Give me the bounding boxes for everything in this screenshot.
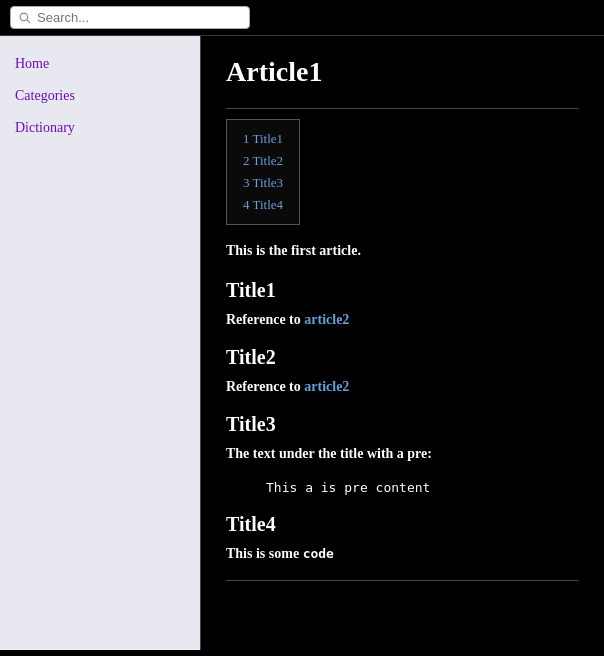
svg-line-1 xyxy=(27,19,30,22)
main-layout: Home Categories Dictionary Article1 1 Ti… xyxy=(0,36,604,650)
article-intro: This is the first article. xyxy=(226,243,579,259)
section-text-1-before: Reference to xyxy=(226,312,304,327)
bottom-divider xyxy=(226,580,579,581)
section-text-3: The text under the title with a pre: xyxy=(226,446,579,462)
article-content: Article1 1 Title1 2 Title2 3 Title3 4 Ti… xyxy=(200,36,604,650)
header xyxy=(0,0,604,36)
pre-content-3: This a is pre content xyxy=(266,480,579,495)
section-title-4: Title4 xyxy=(226,513,579,536)
toc-link-2[interactable]: 2 Title2 xyxy=(243,150,283,172)
section-title-3: Title3 xyxy=(226,413,579,436)
section-link-2[interactable]: article2 xyxy=(304,379,349,394)
section-text-2-before: Reference to xyxy=(226,379,304,394)
section-title-1: Title1 xyxy=(226,279,579,302)
section-text-4-before: This is some xyxy=(226,546,303,561)
toc-link-3[interactable]: 3 Title3 xyxy=(243,172,283,194)
section-text-1: Reference to article2 xyxy=(226,312,579,328)
search-icon xyxy=(19,12,31,24)
toc-link-1[interactable]: 1 Title1 xyxy=(243,128,283,150)
sidebar-item-categories[interactable]: Categories xyxy=(15,88,185,104)
sidebar-item-home[interactable]: Home xyxy=(15,56,185,72)
inline-code-4: code xyxy=(303,546,334,561)
section-title-2: Title2 xyxy=(226,346,579,369)
sidebar-nav: Home Categories Dictionary xyxy=(15,56,185,136)
search-bar xyxy=(10,6,250,29)
toc-link-4[interactable]: 4 Title4 xyxy=(243,194,283,216)
search-input[interactable] xyxy=(37,10,241,25)
table-of-contents: 1 Title1 2 Title2 3 Title3 4 Title4 xyxy=(226,119,300,225)
section-link-1[interactable]: article2 xyxy=(304,312,349,327)
section-text-4: This is some code xyxy=(226,546,579,562)
sidebar: Home Categories Dictionary xyxy=(0,36,200,650)
sidebar-item-dictionary[interactable]: Dictionary xyxy=(15,120,185,136)
article-title: Article1 xyxy=(226,56,579,88)
section-text-2: Reference to article2 xyxy=(226,379,579,395)
title-divider xyxy=(226,108,579,109)
